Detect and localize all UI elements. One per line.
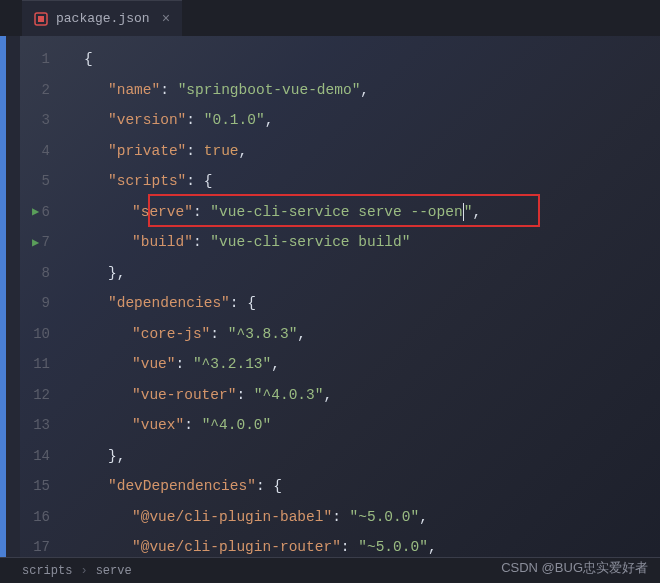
code-line[interactable]: "vue-router": "^4.0.3", [60,380,660,411]
token-comma: : [256,478,273,494]
json-file-icon [34,12,48,26]
run-icon[interactable]: ▶ [32,235,39,250]
code-line[interactable]: "version": "0.1.0", [60,105,660,136]
line-number: 14 [6,441,60,472]
token-string: "~5.0.0" [350,509,420,525]
token-string: "~5.0.0" [358,539,428,555]
token-comma: : [186,173,203,189]
tab-filename: package.json [56,11,150,26]
token-key: "version" [108,112,186,128]
code-line[interactable]: "build": "vue-cli-service build" [60,227,660,258]
line-number: 3 [6,105,60,136]
code-line[interactable]: }, [60,441,660,472]
token-comma: : [236,387,253,403]
close-icon[interactable]: × [162,11,170,27]
code-line[interactable]: "private": true, [60,136,660,167]
token-string: "0.1.0" [204,112,265,128]
breadcrumb-item[interactable]: scripts [22,564,72,578]
line-number: 1 [6,44,60,75]
code-line[interactable]: "scripts": { [60,166,660,197]
line-number: 12 [6,380,60,411]
token-string: "^3.2.13" [193,356,271,372]
token-brace: { [84,51,93,67]
line-number: 11 [6,349,60,380]
token-key: "vue-router" [132,387,236,403]
token-comma: , [360,82,369,98]
token-key: "build" [132,234,193,250]
token-comma: : [230,295,247,311]
token-string: "^3.8.3" [228,326,298,342]
run-icon[interactable]: ▶ [32,204,39,219]
line-number: 15 [6,471,60,502]
chevron-right-icon: › [80,564,87,578]
token-comma: , [419,509,428,525]
code-line[interactable]: "core-js": "^3.8.3", [60,319,660,350]
token-comma: , [428,539,437,555]
line-number: 2 [6,75,60,106]
token-string: "vue-cli-service build" [210,234,410,250]
token-comma: , [265,112,274,128]
code-line[interactable]: "vue": "^3.2.13", [60,349,660,380]
code-line[interactable]: "dependencies": { [60,288,660,319]
token-key: "dependencies" [108,295,230,311]
token-comma: : [332,509,349,525]
gutter: 123456▶7▶891011121314151617 [6,36,60,557]
breadcrumb-item[interactable]: serve [96,564,132,578]
token-comma: : [193,234,210,250]
line-number: 4 [6,136,60,167]
token-comma: , [117,448,126,464]
token-string: "^4.0.3" [254,387,324,403]
token-comma: , [472,204,481,220]
token-comma: : [176,356,193,372]
token-key: "serve" [132,204,193,220]
line-number: 7▶ [6,227,60,258]
token-brace: } [108,448,117,464]
line-number: 9 [6,288,60,319]
token-string: "^4.0.0" [202,417,272,433]
line-number: 10 [6,319,60,350]
token-comma: , [271,356,280,372]
editor-area: 123456▶7▶891011121314151617 {"name": "sp… [0,36,660,557]
token-comma: , [117,265,126,281]
token-comma: : [186,143,203,159]
token-brace: { [247,295,256,311]
token-brace: { [204,173,213,189]
token-comma: : [193,204,210,220]
token-comma: , [323,387,332,403]
token-keyword: true [204,143,239,159]
token-comma: , [239,143,248,159]
line-number: 6▶ [6,197,60,228]
line-number: 8 [6,258,60,289]
code-line[interactable]: "name": "springboot-vue-demo", [60,75,660,106]
token-key: "private" [108,143,186,159]
svg-rect-1 [38,16,44,22]
token-key: "core-js" [132,326,210,342]
code-line[interactable]: "serve": "vue-cli-service serve --open", [60,197,660,228]
code-line[interactable]: { [60,44,660,75]
token-brace: { [273,478,282,494]
token-comma: : [184,417,201,433]
code-line[interactable]: "@vue/cli-plugin-babel": "~5.0.0", [60,502,660,533]
line-number: 5 [6,166,60,197]
token-string: "vue-cli-service serve --open [210,204,462,220]
line-number: 13 [6,410,60,441]
token-key: "vuex" [132,417,184,433]
token-comma: : [210,326,227,342]
code-area[interactable]: {"name": "springboot-vue-demo","version"… [60,36,660,557]
token-string: " [464,204,473,220]
code-line[interactable]: }, [60,258,660,289]
token-key: "devDependencies" [108,478,256,494]
token-comma: , [297,326,306,342]
token-key: "@vue/cli-plugin-router" [132,539,341,555]
code-line[interactable]: "devDependencies": { [60,471,660,502]
token-string: "springboot-vue-demo" [178,82,361,98]
code-line[interactable]: "vuex": "^4.0.0" [60,410,660,441]
token-key: "vue" [132,356,176,372]
token-key: "name" [108,82,160,98]
token-comma: : [160,82,177,98]
token-key: "scripts" [108,173,186,189]
token-comma: : [186,112,203,128]
token-comma: : [341,539,358,555]
file-tab[interactable]: package.json × [22,0,182,36]
tab-bar: package.json × [0,0,660,36]
